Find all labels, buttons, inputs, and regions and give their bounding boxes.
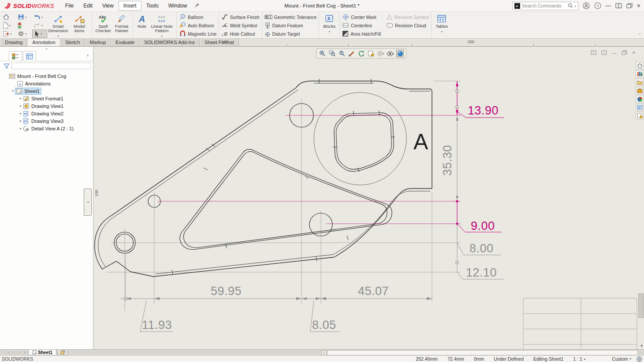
menu-view[interactable]: View [97,1,119,11]
expander-icon[interactable]: ▸ [19,96,23,100]
collapse-pane-right-icon[interactable] [601,50,607,55]
tab-markup[interactable]: Markup [85,39,111,46]
tree-filter-input[interactable] [11,63,90,69]
graphics-area[interactable]: A 13.90 9.00 [93,47,644,349]
tab-sheet-format[interactable]: Sheet Format [200,39,239,46]
linear-note-pattern-button[interactable]: AAAAAA Linear Note Pattern ▾ [149,13,174,38]
balloon-button[interactable]: 1 Balloon [179,13,216,21]
menu-edit[interactable]: Edit [78,1,97,11]
tab-annotation[interactable]: Annotation [27,39,60,46]
panel-expand-chevron[interactable]: › [87,52,89,58]
tab-drawing[interactable]: Drawing [0,39,27,46]
tables-flyout-icon[interactable]: ▾ [441,30,443,34]
undo-button[interactable]: ▾ [32,13,47,21]
rotate-view-icon[interactable] [357,50,365,57]
collapse-pane-left-icon[interactable] [591,50,596,55]
pin-menubar-icon[interactable] [194,2,200,9]
note-button[interactable]: A Note [135,13,149,38]
menu-insert[interactable]: Insert [119,1,141,11]
tile-windows-icon[interactable] [615,3,622,8]
sheet-properties-icon[interactable] [367,50,375,57]
appearances-icon[interactable] [636,95,644,103]
publish-button[interactable]: ▾ [1,30,16,38]
tab-solidworks-add-ins[interactable]: SOLIDWORKS Add-Ins [139,39,200,46]
search-scope-icon[interactable]: ▸ [514,3,520,9]
restore-button[interactable] [626,3,633,8]
datum-target-button[interactable]: Datum Target [264,30,317,38]
hole-callout-button[interactable]: Hole Callout [221,30,259,38]
tree-root[interactable]: Mount - Front Belt Cog [0,72,93,80]
view-palette-icon[interactable] [636,87,644,95]
part-cutouts[interactable] [180,113,394,250]
publish-dropdown-icon[interactable]: ▾ [10,32,11,35]
tree-item-drawing-view1[interactable]: ▸ Drawing View1 [0,102,93,110]
search-dropdown-icon[interactable]: ▾ [575,4,576,7]
sheet1-tab[interactable]: Sheet1 [28,350,56,355]
linear-note-pattern-flyout-icon[interactable]: ▾ [161,34,162,38]
expander-icon[interactable]: ▸ [19,126,23,130]
file-explorer-icon[interactable] [636,78,644,86]
horizontal-scrollbar-thumb[interactable] [327,350,638,355]
save-dropdown-icon[interactable]: ▾ [25,15,26,18]
prev-sheet-icon[interactable]: ‹ [11,350,17,355]
view-settings-icon[interactable]: ▾ [377,50,384,57]
next-sheet-icon[interactable]: › [17,350,22,355]
hscroll-left-arrow[interactable]: ‹ [321,350,327,355]
menu-tools[interactable]: Tools [141,1,164,11]
hide-show-items-icon[interactable]: ▾ [387,50,394,57]
status-sheet-scale[interactable]: 1 : 1 [573,356,582,362]
magnetic-line-button[interactable]: Magnetic Line [179,30,216,38]
propertymanager-tab[interactable] [23,51,36,61]
add-sheet-tab[interactable] [57,350,68,355]
redo-button[interactable]: ▾ [32,21,47,30]
centerline-button[interactable]: Centerline [342,21,381,30]
search-commands-box[interactable]: ▸ ▾ [512,2,578,10]
auto-balloon-button[interactable]: Auto Balloon [179,21,216,30]
smart-dimension-flyout-icon[interactable]: ▾ [57,34,59,38]
blocks-button[interactable]: Ao Blocks ▾ [321,13,337,38]
select-dropdown-icon[interactable]: ▾ [41,32,42,35]
featuremanager-tab[interactable] [9,51,22,61]
minimize-button[interactable]: — [606,3,611,9]
close-button[interactable]: × [637,2,640,9]
display-style-icon[interactable] [396,50,404,57]
undo-dropdown-icon[interactable]: ▾ [41,15,43,18]
new-document-button[interactable]: ▾ [1,21,16,30]
first-sheet-icon[interactable]: « [6,350,11,355]
document-manager-icon[interactable] [636,112,644,120]
menu-file[interactable]: File [60,1,78,11]
surface-finish-button[interactable]: Surface Finish [221,13,259,21]
blocks-flyout-icon[interactable]: ▾ [329,30,330,34]
tree-item-sheet1[interactable]: ▾ Sheet1 [0,87,93,95]
model-items-button[interactable]: Model Items [69,13,89,38]
custom-properties-icon[interactable] [636,103,644,111]
scale-dropdown-icon[interactable]: ▴ [584,357,586,361]
tree-item-sheet-format1[interactable]: ▸ Sheet Format1 [0,95,93,102]
tree-item-detail-view-a[interactable]: ▸ A Detail View A (2 : 1) [0,125,93,132]
doc-minimize-icon[interactable]: — [612,50,617,55]
scroll-down-chevron[interactable]: ▾ [640,344,643,348]
user-account-icon[interactable] [583,2,590,9]
datum-feature-button[interactable]: A Datum Feature [264,21,317,30]
save-button[interactable]: ▾ [16,13,32,21]
home-button[interactable] [1,13,16,21]
expander-icon[interactable]: ▾ [11,89,15,93]
options-dropdown-icon[interactable]: ▾ [25,32,26,35]
weld-symbol-button[interactable]: Weld Symbol [221,21,259,30]
center-mark-button[interactable]: Center Mark [342,13,381,21]
revision-cloud-button[interactable]: Revision Cloud [386,21,429,30]
expander-icon[interactable]: ▸ [19,104,23,108]
revision-symbol-button[interactable]: ! Revision Symbol [386,13,429,21]
geometric-tolerance-button[interactable]: Geometric Tolerance [264,13,317,21]
menu-window[interactable]: Window [164,1,192,11]
filter-icon[interactable] [4,63,10,69]
new-dropdown-icon[interactable]: ▾ [9,24,11,27]
tables-button[interactable]: Tables ▾ [434,13,450,38]
ribbon-collapse-chevron[interactable]: ⌃ [638,33,641,37]
sheet-nav-buttons[interactable]: « ‹ › » [6,350,27,355]
sheet1-selected[interactable]: Sheet1 [15,88,41,95]
status-tag-icon[interactable] [637,356,642,362]
drawing-sheet[interactable]: A 13.90 9.00 [93,47,638,349]
tree-item-annotations[interactable]: A Annotations [0,80,93,87]
rebuild-button[interactable] [16,21,32,30]
